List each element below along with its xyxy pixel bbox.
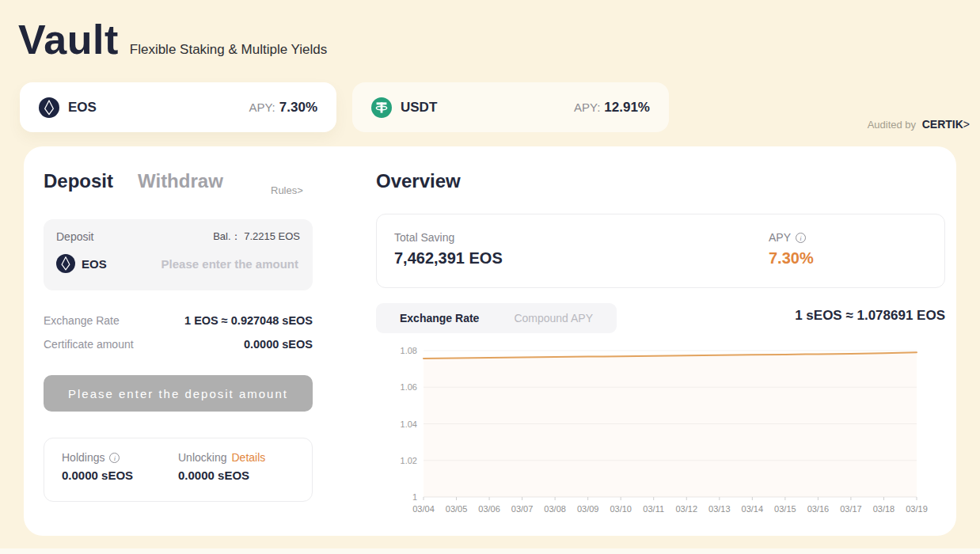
pool-apy: APY: 7.30% bbox=[249, 100, 317, 116]
usdt-coin-icon bbox=[371, 97, 392, 118]
svg-text:1.06: 1.06 bbox=[401, 382, 417, 392]
chart-tabs: Exchange Rate Compound APY bbox=[376, 303, 617, 333]
page-header: Vault Flexible Staking & Multiple Yields bbox=[18, 19, 327, 60]
pool-apy: APY: 12.91% bbox=[574, 100, 650, 116]
info-icon[interactable]: i bbox=[109, 453, 120, 463]
info-icon[interactable]: i bbox=[796, 233, 806, 243]
pool-symbol: USDT bbox=[401, 100, 437, 116]
total-saving-value: 7,462,391 EOS bbox=[394, 249, 769, 268]
svg-text:03/12: 03/12 bbox=[676, 504, 698, 514]
deposit-input-box: Deposit Bal.： 7.2215 EOS EOS bbox=[44, 219, 313, 290]
chevron-right-icon: > bbox=[297, 184, 303, 196]
certificate-amount-value: 0.0000 sEOS bbox=[244, 338, 313, 351]
svg-text:03/09: 03/09 bbox=[577, 504, 599, 514]
tab-deposit[interactable]: Deposit bbox=[44, 170, 113, 192]
certificate-amount-label: Certificate amount bbox=[44, 338, 134, 351]
unlocking-details-link[interactable]: Details bbox=[231, 451, 265, 464]
pool-symbol: EOS bbox=[68, 100, 97, 116]
pool-card-eos[interactable]: EOS APY: 7.30% bbox=[20, 82, 336, 132]
page-title: Vault bbox=[18, 19, 119, 60]
page-subtitle: Flexible Staking & Multiple Yields bbox=[130, 42, 327, 58]
svg-text:03/06: 03/06 bbox=[478, 504, 500, 514]
pool-apy-value: 12.91% bbox=[604, 100, 650, 116]
eos-coin-icon bbox=[56, 254, 75, 273]
svg-text:03/16: 03/16 bbox=[807, 504, 830, 514]
svg-text:03/15: 03/15 bbox=[774, 504, 796, 514]
stake-tabs: Deposit Withdraw bbox=[44, 170, 223, 192]
unlocking-value: 0.0000 sEOS bbox=[178, 469, 294, 482]
pool-apy-value: 7.30% bbox=[279, 100, 317, 116]
total-saving-block: Total Saving 7,462,391 EOS bbox=[394, 231, 769, 271]
deposit-amount-input[interactable] bbox=[139, 256, 300, 271]
overview-title: Overview bbox=[376, 170, 461, 192]
apy-label: APY bbox=[769, 231, 791, 244]
holdings-label: Holdings bbox=[62, 451, 104, 464]
svg-text:03/05: 03/05 bbox=[446, 504, 468, 514]
balance-text: Bal.： 7.2215 EOS bbox=[213, 230, 300, 244]
apy-block: APY i 7.30% bbox=[769, 231, 814, 271]
footer-strip bbox=[0, 548, 980, 554]
svg-text:1.04: 1.04 bbox=[401, 419, 417, 429]
svg-text:03/13: 03/13 bbox=[708, 504, 731, 514]
chevron-right-icon: > bbox=[963, 118, 970, 131]
holdings-value: 0.0000 sEOS bbox=[62, 469, 178, 482]
svg-text:03/18: 03/18 bbox=[873, 504, 895, 514]
svg-text:03/04: 03/04 bbox=[412, 504, 435, 514]
balance-value: 7.2215 EOS bbox=[244, 230, 300, 242]
exchange-rate-label: Exchange Rate bbox=[44, 314, 120, 327]
audited-by-label: Audited by bbox=[868, 119, 916, 131]
svg-text:1.02: 1.02 bbox=[401, 456, 417, 465]
auditor-brand: CERTIK bbox=[922, 118, 963, 131]
holdings-box: Holdings i 0.0000 sEOS Unlocking Details… bbox=[44, 438, 313, 502]
svg-text:03/10: 03/10 bbox=[610, 504, 632, 514]
deposit-submit-button[interactable]: Please enter the deposit amount bbox=[44, 375, 313, 412]
svg-text:03/19: 03/19 bbox=[906, 504, 928, 514]
apy-value: 7.30% bbox=[769, 249, 814, 268]
pool-card-usdt[interactable]: USDT APY: 12.91% bbox=[352, 82, 669, 132]
deposit-box-label: Deposit bbox=[56, 230, 93, 243]
deposit-token-label: EOS bbox=[82, 257, 107, 271]
svg-text:1: 1 bbox=[412, 492, 417, 502]
svg-text:03/17: 03/17 bbox=[840, 504, 862, 514]
tab-withdraw[interactable]: Withdraw bbox=[138, 170, 223, 192]
svg-text:03/11: 03/11 bbox=[643, 504, 664, 514]
pool-apy-label: APY: bbox=[574, 101, 600, 114]
svg-text:03/08: 03/08 bbox=[544, 504, 566, 514]
rules-label: Rules bbox=[271, 184, 297, 196]
audited-by[interactable]: Audited by CERTIK> bbox=[868, 118, 970, 131]
balance-label: Bal.： bbox=[213, 230, 241, 242]
holdings-column: Holdings i 0.0000 sEOS bbox=[62, 451, 178, 488]
total-saving-label: Total Saving bbox=[394, 231, 454, 244]
exchange-rate-chart: 11.021.041.061.0803/0403/0503/0603/0703/… bbox=[376, 339, 945, 525]
main-panel: Deposit Withdraw Rules> Deposit Bal.： 7.… bbox=[24, 146, 956, 536]
unlocking-label: Unlocking bbox=[178, 451, 226, 464]
eos-coin-icon bbox=[39, 97, 59, 118]
pool-apy-label: APY: bbox=[249, 101, 275, 114]
unlocking-column: Unlocking Details 0.0000 sEOS bbox=[178, 451, 294, 488]
tab-compound-apy[interactable]: Compound APY bbox=[496, 312, 610, 324]
rules-link[interactable]: Rules> bbox=[271, 184, 303, 196]
certificate-amount-row: Certificate amount 0.0000 sEOS bbox=[44, 338, 313, 351]
svg-text:03/07: 03/07 bbox=[511, 504, 534, 514]
overview-summary-card: Total Saving 7,462,391 EOS APY i 7.30% bbox=[376, 214, 945, 288]
svg-text:1.08: 1.08 bbox=[401, 346, 417, 355]
current-rate-text: 1 sEOS ≈ 1.078691 EOS bbox=[625, 308, 945, 324]
tab-exchange-rate[interactable]: Exchange Rate bbox=[382, 312, 496, 324]
svg-text:03/14: 03/14 bbox=[742, 504, 764, 514]
exchange-rate-row: Exchange Rate 1 EOS ≈ 0.927048 sEOS bbox=[44, 314, 313, 327]
exchange-rate-value: 1 EOS ≈ 0.927048 sEOS bbox=[184, 314, 313, 327]
